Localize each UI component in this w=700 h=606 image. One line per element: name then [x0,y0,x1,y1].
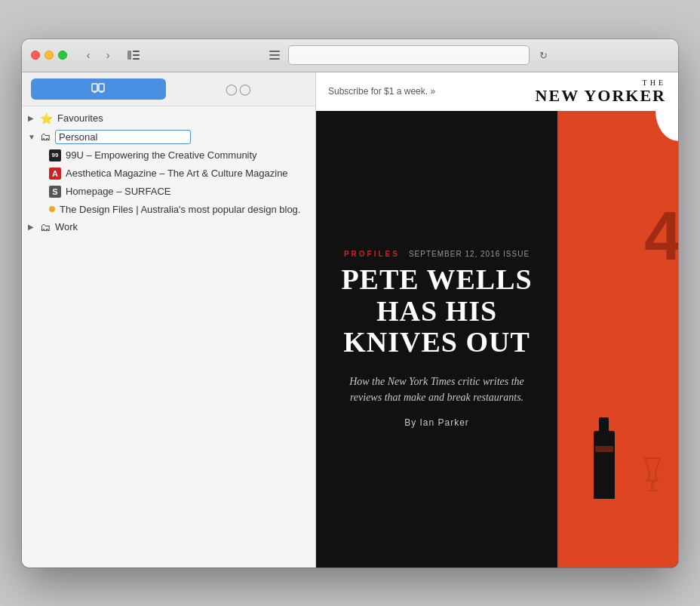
traffic-lights [31,51,67,60]
work-label: Work [55,221,78,232]
svg-rect-7 [92,84,97,91]
favicon-aesthetica: A [49,168,61,180]
favicon-99u: 99 [49,149,61,161]
work-folder-icon: 🗂 [40,221,51,233]
category-label: PROFILES [344,250,400,258]
category-date: SEPTEMBER 12, 2016 ISSUE [409,250,530,258]
article-text-area: PROFILES SEPTEMBER 12, 2016 ISSUE PETE W… [316,111,557,568]
illustration-wine-glass [641,454,664,499]
subscribe-banner[interactable]: Subscribe for $1 a week. » THE NEW YORKE… [316,72,678,111]
illustration-number: 4 [644,202,678,270]
favourites-arrow: ▶ [28,114,37,122]
svg-rect-0 [127,51,131,60]
work-group[interactable]: ▶ 🗂 Work [22,218,315,236]
favourites-group[interactable]: ▶ ⭐ Favourites [22,109,315,128]
svg-rect-10 [647,490,658,491]
forward-button[interactable]: › [99,46,117,64]
favicon-surface: S [49,186,61,198]
logo-name: NEW YORKER [536,87,666,105]
article-title-line1: PETE WELLS HAS HIS [339,264,535,328]
toolbar-menu-icon[interactable] [267,48,282,63]
sidebar: ◯◯ ▶ ⭐ Favourites ▼ 🗂 [22,72,316,568]
nav-buttons: ‹ › [79,46,117,64]
article-area: PROFILES SEPTEMBER 12, 2016 ISSUE PETE W… [316,111,678,568]
refresh-button[interactable]: ↻ [536,48,551,63]
article-author: By Ian Parker [404,417,469,428]
minimize-button[interactable] [45,51,54,60]
bookmark-item-99u[interactable]: 99 99U – Empowering the Creative Communi… [22,146,315,165]
svg-rect-6 [269,58,280,60]
personal-group-header[interactable]: ▼ 🗂 [22,128,315,146]
personal-folder-name-input[interactable] [55,130,191,144]
svg-rect-3 [133,58,140,60]
svg-rect-8 [99,84,104,91]
address-bar[interactable] [288,45,530,65]
bookmark-title-design-files: The Design Files | Australia's most popu… [60,204,300,215]
new-yorker-logo: THE NEW YORKER [536,78,666,105]
tab-reading-list[interactable]: ◯◯ [172,78,307,100]
maximize-button[interactable] [58,51,67,60]
subscribe-text: Subscribe for $1 a week. » [328,86,435,97]
titlebar: ‹ › ↻ [22,39,678,72]
article-category: PROFILES SEPTEMBER 12, 2016 ISSUE [344,250,530,258]
article-title-line2: KNIVES OUT [339,327,535,358]
tab-bookmarks[interactable] [31,78,166,100]
favicon-design-files [49,206,55,212]
svg-rect-1 [133,51,140,52]
bookmark-title-99u: 99U – Empowering the Creative Community [66,149,257,161]
reading-list-icon: ◯◯ [226,83,253,95]
browser-window: ‹ › ↻ [22,39,678,568]
sidebar-items: ▶ ⭐ Favourites ▼ 🗂 99 99U – Empowering [22,106,315,568]
article-subtitle: How the New York Times critic writes the… [339,374,535,405]
illustration-bottle [594,431,615,499]
browser-content: Subscribe for $1 a week. » THE NEW YORKE… [316,72,678,568]
bookmark-item-surface[interactable]: S Homepage – SURFACE [22,183,315,201]
sidebar-toggle-button[interactable] [124,46,143,64]
svg-rect-5 [269,54,280,56]
personal-arrow: ▼ [28,133,37,141]
work-arrow: ▶ [28,223,37,231]
article-illustration: 4 [557,111,678,568]
back-button[interactable]: ‹ [79,46,97,64]
svg-rect-4 [269,51,280,52]
favourites-label: Favourites [57,112,103,124]
svg-rect-9 [651,481,654,490]
article-title: PETE WELLS HAS HIS KNIVES OUT [339,264,535,358]
address-bar-container: ↻ [149,45,669,65]
logo-the: THE [643,78,666,87]
main-content: ◯◯ ▶ ⭐ Favourites ▼ 🗂 [22,72,678,568]
sidebar-tabs: ◯◯ [22,72,315,106]
bookmark-title-surface: Homepage – SURFACE [66,186,170,197]
svg-rect-2 [133,54,140,56]
favourites-folder-icon: ⭐ [40,112,53,125]
close-button[interactable] [31,51,40,60]
bookmark-item-aesthetica[interactable]: A Aesthetica Magazine – The Art & Cultur… [22,165,315,183]
bookmark-item-design-files[interactable]: The Design Files | Australia's most popu… [22,201,315,218]
bookmark-title-aesthetica: Aesthetica Magazine – The Art & Culture … [66,168,288,179]
personal-folder-icon: 🗂 [40,131,51,143]
